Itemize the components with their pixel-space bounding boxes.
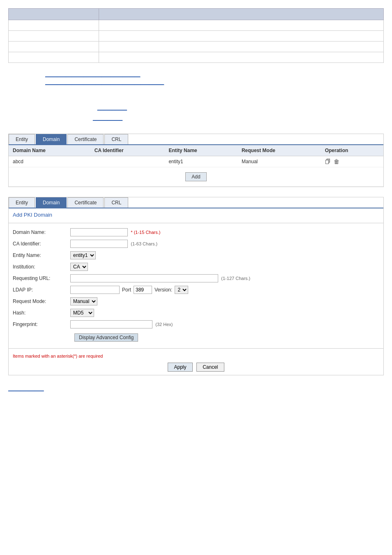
link-2[interactable]: ________________________________________ <box>45 79 384 85</box>
domain-table: Domain Name CA Identifier Entity Name Re… <box>9 145 383 187</box>
institution-field: CA <box>66 261 383 273</box>
request-mode-select[interactable]: Manual Auto <box>70 297 97 305</box>
table-row: abcd entity1 Manual 🗍 🗑 <box>9 156 383 167</box>
hash-field: MD5 SHA1 <box>66 307 383 319</box>
ldap-ip-input[interactable] <box>70 286 120 294</box>
top-row-2-col1 <box>9 31 99 42</box>
ldap-ip-field: Port Version: 2 3 <box>66 284 383 296</box>
institution-label: Institution: <box>9 261 66 273</box>
add-row: Add <box>9 167 383 187</box>
request-mode-label: Request Mode: <box>9 296 66 307</box>
cell-request-mode: Manual <box>238 156 321 167</box>
entity-name-select[interactable]: entity1 <box>70 251 96 259</box>
col-header-1 <box>9 9 99 20</box>
second-pki-section: Entity Domain Certificate CRL Add PKI Do… <box>8 197 384 375</box>
col-operation: Operation <box>321 145 383 156</box>
ldap-port-input[interactable] <box>134 286 152 294</box>
link-1[interactable]: ________________________________ <box>45 71 384 77</box>
requesting-url-input[interactable] <box>70 274 218 282</box>
domain-name-hint: * (1-15 Chars.) <box>131 230 160 235</box>
link-area: ________________________________ _______… <box>45 71 384 85</box>
institution-row: Institution: CA <box>9 261 383 273</box>
add-pki-form: Domain Name: * (1-15 Chars.) CA Identifi… <box>9 227 383 345</box>
tab-crl-1[interactable]: CRL <box>104 134 128 144</box>
top-row-3-col2 <box>99 42 384 52</box>
requesting-url-hint: (1-127 Chars.) <box>221 276 250 281</box>
ldap-ip-row: LDAP IP: Port Version: 2 3 <box>9 284 383 296</box>
ca-identifier-field: (1-63 Chars.) <box>66 238 383 250</box>
version-label: Version: <box>154 287 172 293</box>
col-header-2 <box>99 9 384 20</box>
requesting-url-field: (1-127 Chars.) <box>66 273 383 284</box>
ldap-version-select[interactable]: 2 3 <box>175 286 188 294</box>
cell-ca-identifier <box>90 156 165 167</box>
cell-operation: 🗍 🗑 <box>321 156 383 167</box>
info-link-2[interactable]: __________ <box>93 115 122 121</box>
hash-row: Hash: MD5 SHA1 <box>9 307 383 319</box>
ca-identifier-hint: (1-63 Chars.) <box>131 241 157 246</box>
form-actions: Apply Cancel <box>9 360 383 375</box>
request-mode-field: Manual Auto <box>66 296 383 307</box>
hash-select[interactable]: MD5 SHA1 <box>70 309 94 317</box>
apply-button[interactable]: Apply <box>168 363 192 372</box>
tab-crl-2[interactable]: CRL <box>104 197 128 208</box>
top-row-1-col2 <box>99 20 384 31</box>
bottom-link[interactable]: ____________ <box>8 385 44 391</box>
add-pki-title: Add PKI Domain <box>9 208 383 220</box>
display-advanced-button[interactable]: Display Advanced Config <box>74 333 138 342</box>
ca-identifier-row: CA Identifier: (1-63 Chars.) <box>9 238 383 250</box>
delete-icon[interactable]: 🗑 <box>334 158 339 165</box>
bottom-link-area: ____________ <box>8 385 384 391</box>
top-info-table <box>8 8 384 63</box>
top-row-4-col1 <box>9 52 99 63</box>
info-area: __________ __________ <box>8 92 384 122</box>
fingerprint-hint: (32 Hex) <box>155 322 173 327</box>
top-row-2-col2 <box>99 31 384 42</box>
ca-identifier-label: CA Identifier: <box>9 238 66 250</box>
fingerprint-field: (32 Hex) <box>66 319 383 330</box>
col-request-mode: Request Mode <box>238 145 321 156</box>
entity-name-row: Entity Name: entity1 <box>9 250 383 261</box>
second-tab-bar: Entity Domain Certificate CRL <box>9 197 383 208</box>
cancel-button[interactable]: Cancel <box>196 363 224 372</box>
fingerprint-row: Fingerprint: (32 Hex) <box>9 319 383 330</box>
first-tab-bar: Entity Domain Certificate CRL <box>9 134 383 145</box>
top-row-4-col2 <box>99 52 384 63</box>
tab-entity-1[interactable]: Entity <box>9 134 35 144</box>
first-pki-section: Entity Domain Certificate CRL Domain Nam… <box>8 134 384 187</box>
tab-domain-2[interactable]: Domain <box>36 197 67 208</box>
requesting-url-row: Requesting URL: (1-127 Chars.) <box>9 273 383 284</box>
fingerprint-label: Fingerprint: <box>9 319 66 330</box>
domain-name-input[interactable] <box>70 228 128 236</box>
tab-certificate-1[interactable]: Certificate <box>67 134 104 144</box>
domain-name-row: Domain Name: * (1-15 Chars.) <box>9 227 383 238</box>
tab-domain-1[interactable]: Domain <box>36 134 67 144</box>
top-row-1-col1 <box>9 20 99 31</box>
request-mode-row: Request Mode: Manual Auto <box>9 296 383 307</box>
domain-name-field: * (1-15 Chars.) <box>66 227 383 238</box>
top-row-3-col1 <box>9 42 99 52</box>
info-link-1[interactable]: __________ <box>97 104 127 111</box>
cell-entity-name: entity1 <box>164 156 238 167</box>
fingerprint-input[interactable] <box>70 320 152 328</box>
ca-identifier-input[interactable] <box>70 240 128 248</box>
col-ca-identifier: CA Identifier <box>90 145 165 156</box>
institution-select[interactable]: CA <box>70 263 88 271</box>
ldap-ip-controls: Port Version: 2 3 <box>70 286 379 294</box>
required-note: Items marked with an asterisk(*) are req… <box>9 352 383 360</box>
tab-entity-2[interactable]: Entity <box>9 197 35 208</box>
tab-certificate-2[interactable]: Certificate <box>67 197 104 208</box>
domain-name-label: Domain Name: <box>9 227 66 238</box>
entity-name-field: entity1 <box>66 250 383 261</box>
display-advanced-cell: Display Advanced Config <box>66 330 383 345</box>
col-domain-name: Domain Name <box>9 145 90 156</box>
display-advanced-row: Display Advanced Config <box>9 330 383 345</box>
entity-name-label: Entity Name: <box>9 250 66 261</box>
requesting-url-label: Requesting URL: <box>9 273 66 284</box>
add-button[interactable]: Add <box>185 172 206 181</box>
display-advanced-cell-empty <box>9 330 66 345</box>
ldap-ip-label: LDAP IP: <box>9 284 66 296</box>
edit-icon[interactable]: 🗍 <box>325 158 331 165</box>
hash-label: Hash: <box>9 307 66 319</box>
col-entity-name: Entity Name <box>164 145 238 156</box>
